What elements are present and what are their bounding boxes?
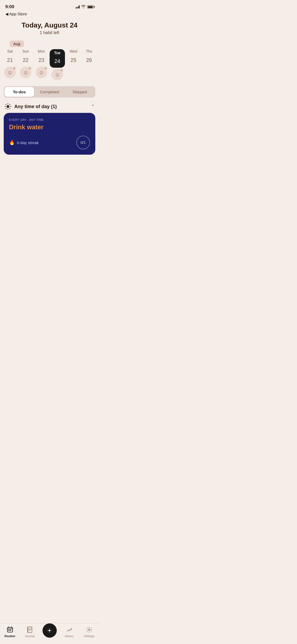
habit-meta: EVERY DAY · ANY TIME — [9, 118, 90, 121]
calendar-day-sat[interactable]: Sat 21 ☺ + — [3, 49, 17, 78]
tab-todos[interactable]: To-dos — [4, 87, 34, 97]
page-title: Today, August 24 — [5, 21, 94, 29]
back-nav[interactable]: ◀ App Store — [0, 12, 99, 19]
back-button[interactable]: ◀ App Store — [5, 12, 94, 16]
flame-icon: 🔥 — [9, 140, 15, 145]
calendar-day-wed[interactable]: Wed 25 — [66, 49, 81, 66]
header: Today, August 24 1 habit left — [0, 19, 99, 37]
signal-icon — [76, 5, 80, 8]
mood-icon-sun[interactable]: ☺ + — [20, 67, 31, 78]
section-title: Any time of day (1) — [14, 104, 57, 109]
svg-line-8 — [6, 108, 6, 109]
calendar-row: Sat 21 ☺ + Sun 22 ☺ + Mon 23 ☺ + Tue 24 … — [0, 47, 99, 81]
svg-point-0 — [7, 105, 9, 108]
battery-icon — [87, 5, 94, 8]
svg-line-6 — [10, 108, 10, 109]
mood-icon-tue[interactable]: ☺ + — [51, 69, 63, 80]
habit-counter[interactable]: 0/1 — [76, 136, 90, 149]
month-label: Aug — [10, 40, 24, 47]
section-header: Any time of day (1) ⌃ — [0, 98, 99, 113]
mood-icon-mon[interactable]: ☺ + — [36, 67, 47, 78]
wifi-icon — [81, 5, 86, 9]
tab-completed[interactable]: Completed — [35, 87, 64, 97]
mood-icon-sat[interactable]: ☺ + — [4, 67, 16, 78]
status-time: 9:00 — [5, 4, 14, 10]
habit-name: Drink water — [9, 123, 90, 131]
tab-skipped[interactable]: Skipped — [65, 87, 95, 97]
chevron-up-icon[interactable]: ⌃ — [91, 104, 95, 109]
calendar-day-thu[interactable]: Thu 26 — [82, 49, 96, 66]
tab-bar: To-dos Completed Skipped — [4, 86, 95, 98]
habit-streak: 🔥 0-day streak — [9, 140, 39, 145]
habit-count: 1 habit left — [5, 30, 94, 35]
calendar-day-sun[interactable]: Sun 22 ☺ + — [18, 49, 33, 78]
calendar-day-mon[interactable]: Mon 23 ☺ + — [34, 49, 49, 78]
habit-card-drink-water[interactable]: EVERY DAY · ANY TIME Drink water 🔥 0-day… — [4, 113, 95, 155]
svg-line-5 — [6, 104, 6, 105]
svg-line-7 — [10, 104, 10, 105]
status-icons — [76, 5, 94, 9]
status-bar: 9:00 — [0, 0, 99, 12]
sun-icon — [4, 103, 12, 110]
habit-bottom: 🔥 0-day streak 0/1 — [9, 136, 90, 149]
calendar-day-tue[interactable]: Tue 24 ☺ + — [50, 49, 65, 80]
